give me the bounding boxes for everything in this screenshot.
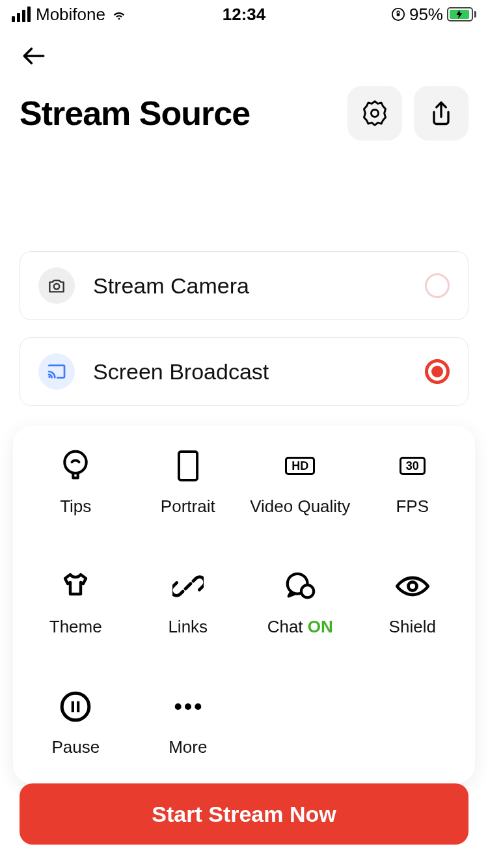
source-item-screen[interactable]: Screen Broadcast <box>20 337 468 406</box>
svg-rect-12 <box>77 701 79 712</box>
grid-item-shield[interactable]: Shield <box>357 569 469 637</box>
source-label: Stream Camera <box>93 273 407 299</box>
battery-pct-label: 95% <box>409 5 443 25</box>
grid-item-portrait[interactable]: Portrait <box>132 448 245 517</box>
lock-rotation-icon <box>391 7 405 21</box>
svg-point-9 <box>408 582 416 591</box>
grid-label: Video Quality <box>250 496 350 517</box>
grid-label: More <box>169 737 207 757</box>
radio-selected-icon[interactable] <box>425 359 450 384</box>
chat-icon <box>282 569 318 604</box>
shirt-icon <box>58 569 93 604</box>
page-title: Stream Source <box>20 94 250 133</box>
back-arrow-icon[interactable] <box>20 42 48 70</box>
start-stream-button[interactable]: Start Stream Now <box>20 783 468 845</box>
grid-item-more[interactable]: More <box>132 689 245 757</box>
svg-point-2 <box>372 110 379 117</box>
grid-label: Tips <box>60 496 91 517</box>
svg-point-8 <box>301 585 314 597</box>
svg-point-15 <box>195 703 201 710</box>
svg-rect-6 <box>179 452 197 480</box>
wifi-icon <box>111 8 128 21</box>
grid-label: Theme <box>49 617 102 637</box>
gear-icon <box>360 99 389 128</box>
radio-unselected-icon[interactable] <box>425 273 450 298</box>
grid-item-links[interactable]: Links <box>132 569 245 637</box>
svg-point-10 <box>62 693 89 720</box>
svg-rect-11 <box>72 701 74 712</box>
svg-point-14 <box>185 703 191 710</box>
status-right: 95% <box>391 5 476 25</box>
more-icon <box>170 689 206 724</box>
cast-icon <box>38 353 75 390</box>
share-button[interactable] <box>414 86 468 141</box>
pause-icon <box>58 689 93 724</box>
source-item-camera[interactable]: Stream Camera <box>20 251 468 320</box>
grid-label: Portrait <box>161 496 215 517</box>
signal-icon <box>12 7 31 22</box>
title-row: Stream Source <box>0 73 488 141</box>
svg-point-3 <box>54 284 60 290</box>
grid-label: Chat ON <box>267 617 333 637</box>
eye-icon <box>395 569 430 604</box>
share-icon <box>427 99 455 128</box>
bulb-icon <box>58 448 93 483</box>
source-list: Stream Camera Screen Broadcast <box>0 141 488 406</box>
grid-item-tips[interactable]: Tips <box>20 448 132 517</box>
link-icon <box>170 569 206 604</box>
source-label: Screen Broadcast <box>93 359 407 385</box>
hd-badge-icon: HD <box>282 448 318 483</box>
start-stream-label: Start Stream Now <box>152 802 336 827</box>
battery-icon <box>447 7 476 21</box>
grid-item-fps[interactable]: 30 FPS <box>357 448 469 517</box>
title-actions <box>347 86 468 141</box>
status-left: Mobifone <box>12 5 128 25</box>
grid-item-theme[interactable]: Theme <box>20 569 132 637</box>
portrait-icon <box>170 448 206 483</box>
svg-point-13 <box>174 703 181 710</box>
grid-label: FPS <box>396 496 429 517</box>
svg-point-4 <box>48 376 50 378</box>
grid-label: Pause <box>51 737 100 757</box>
nav-back-row <box>0 29 488 73</box>
clock-label: 12:34 <box>223 5 266 25</box>
settings-sheet: Tips Portrait HD Video Quality 30 FPS Th… <box>13 426 475 783</box>
svg-point-5 <box>65 452 87 473</box>
fps-badge-icon: 30 <box>395 448 430 483</box>
carrier-label: Mobifone <box>36 5 105 25</box>
grid-item-video-quality[interactable]: HD Video Quality <box>244 448 357 517</box>
grid-item-pause[interactable]: Pause <box>20 689 132 757</box>
grid-item-chat[interactable]: Chat ON <box>244 569 357 637</box>
status-bar: Mobifone 12:34 95% <box>0 0 488 29</box>
grid-label: Shield <box>389 617 436 637</box>
svg-rect-1 <box>397 13 400 16</box>
grid-label: Links <box>168 617 208 637</box>
settings-button[interactable] <box>347 86 402 141</box>
camera-icon <box>38 267 75 304</box>
